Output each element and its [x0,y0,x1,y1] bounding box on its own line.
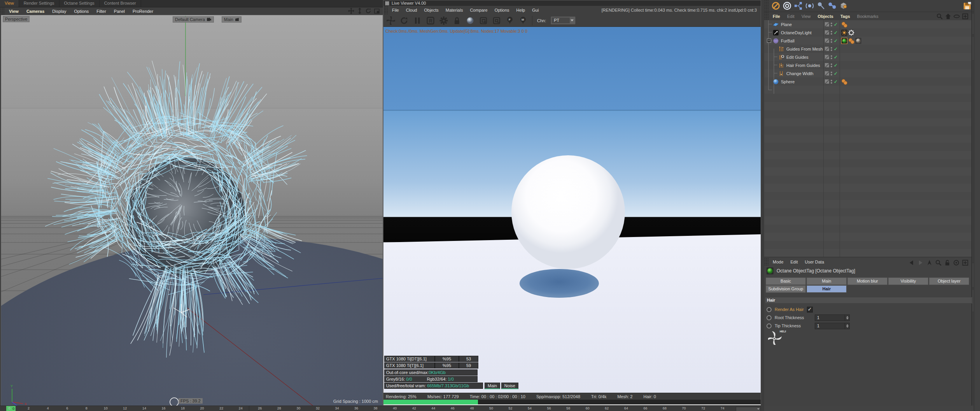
enabled-check-icon[interactable]: ✓ [834,46,838,52]
timeline-frame-38[interactable]: 38 [374,406,378,410]
lv-menu-gui[interactable]: Gui [532,8,539,12]
layer-color-swatch[interactable] [825,71,829,76]
soft-selection-icon[interactable] [805,1,814,11]
object-label[interactable]: Plane [781,22,792,27]
region-icon[interactable] [479,16,488,25]
lv-menu-cloud[interactable]: Cloud [406,8,417,12]
object-label[interactable]: FurBall [781,39,794,43]
enabled-check-icon[interactable]: ✓ [834,30,838,35]
enabled-check-icon[interactable]: ✓ [834,38,838,44]
om-menu-objects[interactable]: Objects [818,14,833,19]
spinner-arrows[interactable] [845,323,849,329]
lv-menu-objects[interactable]: Objects [424,8,438,12]
layout-tab-content-browser[interactable]: Content Browser [100,0,141,7]
octane-icon[interactable] [387,16,395,25]
tag-sun-icon[interactable] [841,30,847,36]
visibility-dots[interactable] [831,47,832,51]
animation-timeline[interactable]: 0 02468101214161820222426283032343638404… [0,406,761,411]
attr-tab-basic[interactable]: Basic [766,278,806,285]
timeline-end-dropdown[interactable] [736,407,761,411]
timeline-frame-72[interactable]: 72 [701,406,705,410]
timeline-frame-74[interactable]: 74 [721,406,724,410]
timeline-frame-16[interactable]: 16 [161,406,165,410]
zoom-icon[interactable] [357,8,363,14]
tag-phong-icon[interactable] [841,21,847,28]
object-row-sphere[interactable]: Sphere✓ [764,77,971,86]
visibility-dots[interactable] [831,72,832,76]
enabled-check-icon[interactable]: ✓ [834,54,838,60]
object-row-edit-guides[interactable]: Edit Guides✓ [764,53,971,61]
material-ball-icon[interactable] [466,16,474,25]
om-menu-view[interactable]: View [802,14,811,19]
viewport-menu-options[interactable]: Options [74,9,89,14]
lv-menu-file[interactable]: File [392,8,399,12]
attr-tab-main[interactable]: Main [807,278,847,285]
timeline-playhead[interactable]: 0 [6,406,16,411]
spinner-arrows[interactable] [845,315,849,321]
param-number-input[interactable]: 1 [815,323,850,329]
timeline-frame-68[interactable]: 68 [663,406,667,410]
home-icon[interactable] [945,13,951,19]
tag-phong-icon[interactable] [848,38,854,44]
timeline-frame-0[interactable]: 0 [8,406,10,410]
refresh-icon[interactable] [400,16,408,25]
layout-tab-octane-settings[interactable]: Octane Settings [60,0,100,7]
timeline-frame-14[interactable]: 14 [142,406,146,410]
param-number-input[interactable]: 1 [815,314,850,321]
drag-grip[interactable] [764,258,769,266]
object-label[interactable]: Sphere [781,79,794,84]
keyframe-circle-icon[interactable] [766,315,772,320]
drag-grip[interactable] [764,12,769,20]
search-icon[interactable] [936,13,943,19]
material-pin-icon[interactable]: M [519,16,527,25]
pin-icon[interactable] [816,1,826,11]
attr-tab-object-layer[interactable]: Object layer [929,278,969,285]
octane-help-logo[interactable]: HELP [768,329,786,345]
object-label[interactable]: Hair From Guides [786,63,820,68]
visibility-dots[interactable] [831,39,832,43]
viewport-menu-prorender[interactable]: ProRender [133,9,153,14]
region2-icon[interactable] [492,16,501,25]
render-tab-noise[interactable]: Noise [501,383,518,389]
object-row-octanedaylight[interactable]: OctaneDayLight✓ [764,28,971,37]
filter-oval-icon[interactable] [954,13,960,19]
visibility-dots[interactable] [831,31,832,35]
keyframe-circle-icon[interactable] [766,307,772,312]
keyframe-circle-icon[interactable] [766,323,772,328]
timeline-frame-28[interactable]: 28 [277,406,281,410]
object-row-plane[interactable]: Plane✓ [764,20,971,28]
timeline-frame-30[interactable]: 30 [296,406,300,410]
timeline-frame-24[interactable]: 24 [239,406,243,410]
add-box-icon[interactable] [962,260,968,266]
enabled-check-icon[interactable]: ✓ [834,71,838,76]
timeline-frame-6[interactable]: 6 [66,406,68,410]
object-label[interactable]: OctaneDayLight [781,30,812,35]
search-icon[interactable] [935,260,942,266]
timeline-frame-18[interactable]: 18 [181,406,185,410]
om-menu-edit[interactable]: Edit [787,14,794,19]
timeline-frame-42[interactable]: 42 [412,406,416,410]
viewport-menu-display[interactable]: Display [52,9,66,14]
tag-texture-icon[interactable] [855,38,861,44]
timeline-frame-58[interactable]: 58 [566,406,570,410]
timeline-frame-40[interactable]: 40 [393,406,397,410]
viewport-menu-cameras[interactable]: Cameras [26,9,44,14]
viewport-menu-panel[interactable]: Panel [114,9,125,14]
timeline-frame-36[interactable]: 36 [354,406,358,410]
timeline-frame-60[interactable]: 60 [586,406,590,410]
pause-icon[interactable] [413,16,422,25]
lv-menu-materials[interactable]: Materials [446,8,463,12]
attr-menu-mode[interactable]: Mode [773,260,784,264]
timeline-frame-54[interactable]: 54 [528,406,532,410]
timeline-frame-70[interactable]: 70 [682,406,686,410]
timeline-frame-48[interactable]: 48 [470,406,474,410]
section-header[interactable]: Hair [765,297,972,304]
main-view-button[interactable]: Main [222,16,242,23]
lock-icon[interactable] [453,16,461,25]
timeline-frame-2[interactable]: 2 [28,406,30,410]
attr-tab-subdivision-group[interactable]: Subdivision Group [766,285,806,293]
timeline-frame-12[interactable]: 12 [123,406,127,410]
texture-cube-icon[interactable] [839,1,848,11]
render-view[interactable]: Check:0ms./0ms. MeshGen:0ms. Update[G]:8… [383,27,761,405]
render-tab-main[interactable]: Main [485,383,500,389]
